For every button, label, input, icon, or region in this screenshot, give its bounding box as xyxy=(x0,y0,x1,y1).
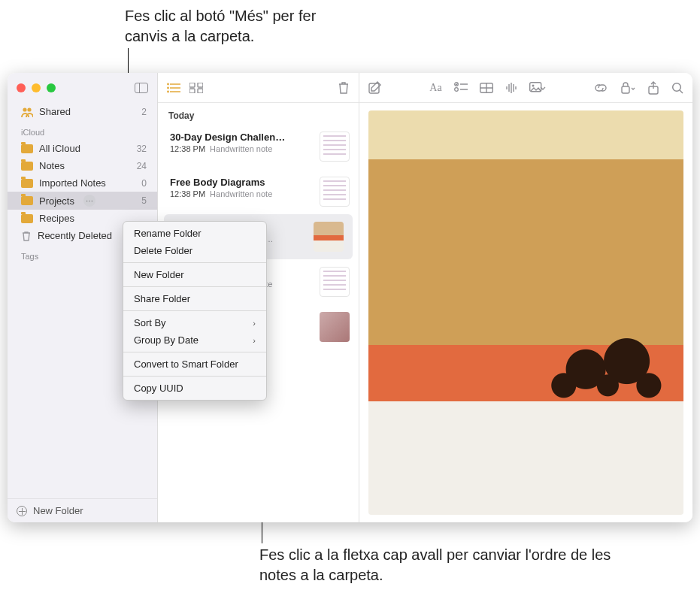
folder-icon xyxy=(21,144,33,153)
note-thumb-icon xyxy=(314,222,344,252)
note-item[interactable]: Free Body Diagrams 12:38 PMHandwritten n… xyxy=(158,169,359,214)
sidebar-item-imported[interactable]: Imported Notes 0 xyxy=(8,174,157,192)
svg-rect-11 xyxy=(198,89,203,93)
audio-button[interactable] xyxy=(505,82,517,94)
editor-toolbar: Aa xyxy=(359,73,692,103)
menu-separator xyxy=(123,262,266,263)
menu-copy-uuid[interactable]: Copy UUID xyxy=(123,380,266,397)
sidebar-item-label: Recipes xyxy=(39,213,74,224)
notes-window: Shared 2 iCloud All iCloud 32 Notes 24 I… xyxy=(8,73,692,522)
sidebar-item-label: Imported Notes xyxy=(39,177,106,189)
delete-note-button[interactable] xyxy=(338,81,350,95)
list-section-header: Today xyxy=(158,103,359,124)
sidebar-item-label: Projects xyxy=(39,195,74,207)
menu-separator xyxy=(123,286,266,287)
zoom-window-button[interactable] xyxy=(47,83,56,92)
menu-new-folder[interactable]: New Folder xyxy=(123,266,266,283)
note-title: Free Body Diagrams xyxy=(170,177,312,188)
view-list-button[interactable] xyxy=(167,83,180,93)
chevron-right-icon: › xyxy=(253,319,256,328)
sidebar-section-icloud: iCloud xyxy=(8,120,157,140)
sidebar-item-count: 2 xyxy=(141,107,148,117)
menu-separator xyxy=(123,352,266,352)
menu-share-folder[interactable]: Share Folder xyxy=(123,290,266,307)
sidebar-item-label: All iCloud xyxy=(39,143,80,154)
window-controls xyxy=(17,83,56,92)
shared-icon xyxy=(21,107,33,117)
toggle-sidebar-icon[interactable] xyxy=(135,83,148,93)
folder-icon xyxy=(21,214,33,223)
note-subtitle: 12:38 PMHandwritten note xyxy=(170,189,312,198)
sidebar-item-label: Recently Deleted xyxy=(38,230,112,241)
sidebar-item-label: Notes xyxy=(39,160,65,171)
svg-point-5 xyxy=(167,83,169,85)
svg-rect-8 xyxy=(189,83,195,87)
trash-icon xyxy=(21,231,32,241)
checklist-button[interactable] xyxy=(454,82,468,94)
svg-point-29 xyxy=(673,83,681,91)
note-image xyxy=(368,110,683,515)
sidebar-item-notes[interactable]: Notes 24 xyxy=(8,157,157,174)
svg-line-30 xyxy=(680,90,683,93)
svg-point-1 xyxy=(27,107,31,111)
note-thumb-icon xyxy=(320,267,350,297)
table-button[interactable] xyxy=(480,83,493,93)
menu-rename-folder[interactable]: Rename Folder xyxy=(123,225,266,242)
svg-point-26 xyxy=(532,84,534,86)
lock-button[interactable] xyxy=(620,82,635,94)
note-thumb-icon xyxy=(320,312,350,342)
menu-delete-folder[interactable]: Delete Folder xyxy=(123,242,266,259)
sidebar-item-label: Shared xyxy=(39,106,71,117)
plus-circle-icon xyxy=(17,506,27,516)
minimize-window-button[interactable] xyxy=(32,83,41,92)
new-folder-button[interactable]: New Folder xyxy=(8,498,157,522)
note-title: 30-Day Design Challen… xyxy=(170,132,312,143)
note-thumb-icon xyxy=(320,177,350,207)
media-button[interactable] xyxy=(529,82,546,94)
svg-rect-9 xyxy=(198,83,203,87)
menu-sort-by[interactable]: Sort By› xyxy=(123,314,266,331)
folder-more-button[interactable]: ⋯ xyxy=(83,195,95,207)
sidebar-item-all-icloud[interactable]: All iCloud 32 xyxy=(8,140,157,157)
sidebar-item-count: 0 xyxy=(141,178,148,189)
view-gallery-button[interactable] xyxy=(189,83,203,93)
note-body[interactable] xyxy=(359,103,692,522)
callout-bottom: Fes clic a la fletxa cap avall per canvi… xyxy=(259,545,620,585)
sidebar-item-count: 32 xyxy=(137,144,148,154)
chevron-right-icon: › xyxy=(253,336,256,345)
svg-point-15 xyxy=(454,87,458,91)
sidebar-item-shared[interactable]: Shared 2 xyxy=(8,103,157,120)
callout-top: Fes clic al botó "Més" per fer canvis a … xyxy=(125,6,350,47)
folder-icon xyxy=(21,196,33,205)
editor-pane: Aa xyxy=(359,73,692,522)
compose-button[interactable] xyxy=(368,81,382,95)
svg-point-0 xyxy=(23,107,26,111)
sidebar-item-count: 24 xyxy=(137,161,148,171)
note-subtitle: 12:38 PMHandwritten note xyxy=(170,144,312,153)
svg-point-7 xyxy=(167,90,169,92)
menu-separator xyxy=(123,310,266,311)
sidebar-item-projects[interactable]: Projects ⋯ 5 xyxy=(8,192,157,210)
note-thumb-icon xyxy=(320,132,350,162)
link-button[interactable] xyxy=(593,83,608,93)
new-folder-label: New Folder xyxy=(33,505,83,516)
share-button[interactable] xyxy=(647,81,659,95)
svg-point-6 xyxy=(167,86,169,89)
sidebar-titlebar xyxy=(8,73,157,103)
folder-icon xyxy=(21,162,33,171)
close-window-button[interactable] xyxy=(17,83,26,92)
svg-rect-27 xyxy=(622,86,629,93)
menu-group-by-date[interactable]: Group By Date› xyxy=(123,331,266,349)
folder-context-menu: Rename Folder Delete Folder New Folder S… xyxy=(123,221,267,401)
list-toolbar xyxy=(158,73,359,103)
format-button[interactable]: Aa xyxy=(429,82,441,94)
search-button[interactable] xyxy=(671,82,683,94)
menu-convert-smart-folder[interactable]: Convert to Smart Folder xyxy=(123,355,266,373)
note-item[interactable]: 30-Day Design Challen… 12:38 PMHandwritt… xyxy=(158,124,359,169)
menu-separator xyxy=(123,376,266,377)
sidebar-item-count: 5 xyxy=(141,195,148,206)
folder-icon xyxy=(21,179,33,188)
svg-rect-10 xyxy=(189,89,195,93)
